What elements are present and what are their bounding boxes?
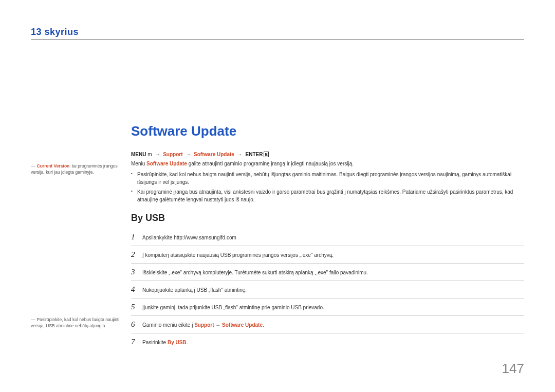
step-row: 1 Apsilankykite http://www.samsunglfd.co… bbox=[131, 229, 524, 246]
step-row: 3 Išskleiskite „.exe" archyvą kompiutery… bbox=[131, 264, 524, 281]
step-row: 7 Pasirinkite By USB. bbox=[131, 333, 524, 350]
current-version-label: Current Version bbox=[37, 163, 70, 169]
enter-icon: E bbox=[264, 152, 268, 157]
header-rule: 13 skyrius bbox=[31, 31, 524, 40]
section-by-usb: By USB bbox=[131, 213, 524, 223]
page: 13 skyrius ―Current Version: tai program… bbox=[0, 0, 555, 392]
page-number: 147 bbox=[502, 361, 524, 377]
side-note-current-version: ―Current Version: tai programinės įrango… bbox=[31, 163, 123, 176]
steps-list: 1 Apsilankykite http://www.samsunglfd.co… bbox=[131, 229, 524, 350]
menu-path: MENU m → Support → Software Update → ENT… bbox=[131, 152, 524, 157]
step-row: 2 Į kompiuterį atsisiųskite naujausią US… bbox=[131, 246, 524, 264]
step-number: 2 bbox=[131, 250, 142, 259]
step-number: 5 bbox=[131, 303, 142, 311]
path-support: Support bbox=[163, 152, 182, 157]
step-number: 7 bbox=[131, 338, 142, 346]
step-number: 1 bbox=[131, 233, 142, 241]
step-text: Į kompiuterį atsisiųskite naujausią USB … bbox=[142, 252, 334, 258]
chapter-brand: 13 skyrius bbox=[31, 27, 103, 38]
step-text: Išskleiskite „.exe" archyvą kompiuteryje… bbox=[142, 270, 368, 275]
step-number: 3 bbox=[131, 268, 142, 276]
step-text: Pasirinkite By USB. bbox=[142, 340, 188, 345]
step-row: 6 Gaminio meniu eikite į Support → Softw… bbox=[131, 316, 524, 333]
step-text: Gaminio meniu eikite į Support → Softwar… bbox=[142, 322, 264, 328]
side-note-usb-warning: ―Pasirūpinkite, kad kol nebus baigta nau… bbox=[31, 317, 123, 329]
page-title: Software Update bbox=[131, 123, 524, 139]
note-item: Pasirūpinkite, kad kol nebus baigta nauj… bbox=[131, 171, 524, 186]
notes-list: Pasirūpinkite, kad kol nebus baigta nauj… bbox=[131, 171, 524, 203]
step-row: 5 Įjunkite gaminį, tada prijunkite USB „… bbox=[131, 298, 524, 316]
step-text: Nukopijuokite aplanką į USB „flash" atmi… bbox=[142, 287, 247, 293]
main-column: Software Update MENU m → Support → Softw… bbox=[131, 123, 524, 350]
note-item: Kai programinė įranga bus atnaujinta, vi… bbox=[131, 188, 524, 203]
step-number: 6 bbox=[131, 320, 142, 329]
step-text: Apsilankykite http://www.samsunglfd.com bbox=[142, 235, 236, 240]
step-text: Įjunkite gaminį, tada prijunkite USB „fl… bbox=[142, 305, 324, 310]
path-software-update: Software Update bbox=[194, 152, 234, 157]
step-row: 4 Nukopijuokite aplanką į USB „flash" at… bbox=[131, 281, 524, 298]
description: Meniu Software Update galite atnaujinti … bbox=[131, 160, 524, 167]
step-number: 4 bbox=[131, 285, 142, 294]
